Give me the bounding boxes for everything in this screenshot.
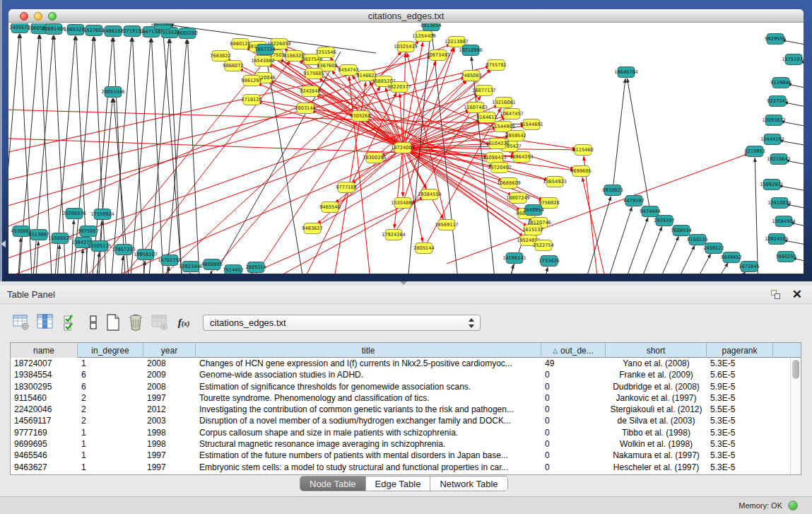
graph-node[interactable]: 18724007 [391,143,415,153]
graph-node[interactable]: 16782759 [158,255,182,266]
graph-node[interactable]: 15751074 [782,54,804,65]
graph-edge[interactable] [613,78,625,190]
graph-node[interactable]: 2450122 [703,243,724,254]
graph-edge[interactable] [163,30,185,274]
graph-edge[interactable] [628,78,650,211]
collapse-left-arrow-icon[interactable] [1,240,6,247]
graph-node[interactable]: 8215953 [744,146,765,157]
graph-node[interactable]: 19384554 [418,189,442,200]
delete-column-icon[interactable] [126,313,146,332]
graph-node[interactable]: 2803144 [295,103,315,114]
graph-node[interactable]: 10924505 [765,234,789,245]
graph-node[interactable]: 9929559 [765,34,785,45]
graph-edge[interactable] [78,249,83,274]
graph-edge[interactable] [755,158,759,274]
graph-edge[interactable] [503,264,513,274]
graph-node[interactable]: 14196141 [502,253,526,264]
graph-node[interactable]: 14569117 [435,220,459,230]
graph-edge[interactable] [145,39,169,274]
select-rows-icon[interactable] [61,313,81,332]
graph-edge[interactable] [185,273,190,274]
graph-edge[interactable] [595,207,632,274]
graph-node[interactable]: 11544691 [519,119,543,130]
graph-node[interactable]: 16648784 [614,67,638,78]
graph-node[interactable]: 15992971 [760,180,784,190]
graph-node[interactable]: 7857224 [254,45,275,55]
column-header-short[interactable]: short [606,343,707,358]
graph-node[interactable]: 12093872 [762,115,786,126]
graph-node[interactable]: 12410035 [767,198,792,209]
graph-edge[interactable] [8,110,470,274]
graph-node[interactable]: 13654923 [543,177,567,187]
graph-node[interactable]: 1615132 [522,225,543,235]
graph-node[interactable]: 9861297 [241,76,261,86]
graph-node[interactable]: 1671945 [739,262,759,272]
graph-node[interactable]: 9305264 [350,111,370,122]
column-header-out_de[interactable]: △out_de... [541,343,606,358]
table-row[interactable]: 977716911998Corpus callosum shape and si… [11,427,790,438]
graph-node[interactable]: 10688609 [497,178,521,189]
graph-node[interactable]: 12923446 [179,262,203,272]
graph-node[interactable]: 2935107 [654,216,674,226]
graph-node[interactable]: 9150135 [687,235,707,245]
graph-node[interactable]: 13084504 [772,216,796,227]
tab-edge-table[interactable]: Edge Table [366,477,431,491]
graph-edge[interactable] [611,217,648,274]
graph-edge[interactable] [675,254,711,274]
graph-node[interactable]: 7251546 [315,47,336,58]
graph-edge[interactable] [8,34,19,274]
graph-node[interactable]: 11568829 [48,233,72,244]
tab-node-table[interactable]: Node Table [300,477,366,491]
graph-node[interactable]: 2522754 [533,240,553,251]
graph-node[interactable]: 8454743 [338,65,358,76]
graph-node[interactable]: 9975887 [78,226,98,237]
graph-node[interactable]: 10973493 [426,50,450,61]
table-row[interactable]: 911546021997Tourette syndrome. Phenomeno… [11,392,790,404]
graph-node[interactable]: 7514452 [223,265,243,274]
graph-node[interactable]: 9129946 [770,78,791,88]
graph-node[interactable]: 8813054 [420,23,441,31]
graph-node[interactable]: 9866072 [223,61,243,71]
graph-node[interactable]: 8186328 [283,51,304,62]
network-canvas[interactable]: 1872400788601288912954182260589827503165… [8,23,804,274]
graph-node[interactable]: 17359924 [90,209,114,220]
graph-edge[interactable] [693,263,728,274]
graph-node[interactable]: 20691406 [42,24,66,35]
column-header-in_degree[interactable]: in_degree [78,343,143,358]
row-height-icon[interactable] [83,313,103,332]
show-columns-icon[interactable] [35,313,55,332]
graph-node[interactable]: 8938923 [602,185,623,196]
graph-node[interactable]: 9227343 [767,96,787,107]
graph-node[interactable]: 13505135 [88,241,112,252]
graph-node[interactable]: 20206576 [62,209,86,219]
graph-node[interactable]: 9699695 [570,166,591,177]
table-row[interactable]: 1456911722003Disruption of a novel membe… [11,415,790,426]
graph-node[interactable]: 13216061 [492,98,516,108]
graph-edge[interactable] [217,52,341,271]
graph-node[interactable]: 16877137 [472,86,496,96]
scrollbar-thumb[interactable] [792,360,799,379]
table-row[interactable]: 969969511998Structural magnetic resonanc… [11,438,790,450]
graph-node[interactable]: 9608805 [201,259,222,270]
graph-node[interactable]: 19218986 [459,45,483,56]
graph-edge[interactable] [710,271,746,274]
graph-edge[interactable] [403,48,454,203]
graph-node[interactable]: 2718120 [241,95,261,105]
graph-edge[interactable] [394,148,403,228]
graph-node[interactable]: 9242848 [300,86,320,97]
graph-node[interactable]: 10647457 [500,109,524,119]
graph-node[interactable]: 9777169 [336,182,356,193]
graph-edge[interactable] [258,102,403,148]
graph-node[interactable]: 17957223 [112,245,136,255]
graph-node[interactable]: 16543862 [251,56,275,66]
graph-edge[interactable] [403,61,436,148]
graph-node[interactable]: 8959542 [505,131,526,141]
table-mode-icon[interactable] [11,313,31,332]
new-column-icon[interactable] [103,313,123,332]
close-panel-icon[interactable]: ✕ [792,287,802,302]
table-row[interactable]: 946362711997Embryonic stem cells: a mode… [11,462,790,473]
graph-edge[interactable] [187,40,201,274]
graph-node[interactable]: 8649452 [721,252,741,263]
graph-node[interactable]: 9463627 [302,223,322,234]
graph-node[interactable]: 17924264 [382,230,406,240]
